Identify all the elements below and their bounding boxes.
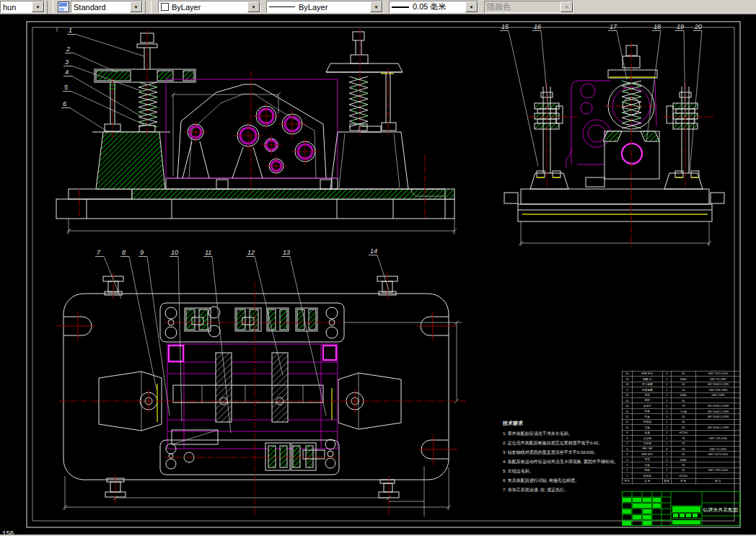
color-swatch-icon xyxy=(161,3,169,11)
note-line: 7. 非加工表面涂漆, 按, 规定执行。 xyxy=(503,486,629,495)
color-combo-value: ByLayer xyxy=(172,3,201,12)
lineweight-line-icon xyxy=(392,6,409,8)
bom-cell: 1 xyxy=(662,473,671,478)
bom-row: 1夹具体1HT200 xyxy=(622,473,740,478)
bom-cell: 2 xyxy=(622,467,632,473)
balloon-number: 17 xyxy=(610,23,617,30)
bom-cell: 2 xyxy=(662,392,671,397)
bom-cell: 13 xyxy=(622,408,632,413)
linetype-combo[interactable]: ByLayer ▼ xyxy=(266,1,383,13)
balloon-number: 2 xyxy=(66,45,70,53)
color-combo-arrow-icon[interactable]: ▼ xyxy=(247,1,260,12)
bom-row: 17球面垫圈245GB/T 849-1988 xyxy=(622,387,740,392)
bom-cell xyxy=(695,441,740,446)
bom-cell: 17 xyxy=(622,387,632,392)
bom-cell: 45 xyxy=(671,371,695,376)
bom-row: 14支承钉4T8JB/T 8029.2-1999 xyxy=(622,403,740,408)
bom-row: 16弹簧265MnGB/T 2089 xyxy=(622,392,740,397)
bom-row: 6螺钉 M8645GB/T 70-2000 xyxy=(622,446,740,451)
toolbar-separator xyxy=(145,1,151,14)
balloon-number: 11 xyxy=(205,249,211,256)
top-clamp-panel xyxy=(160,303,344,342)
bom-cell xyxy=(695,473,740,478)
bom-cell: GB/T 93-1987 xyxy=(695,377,740,382)
bom-cell: 螺栓 xyxy=(632,467,662,473)
bom-cell: 螺杆 xyxy=(632,397,662,403)
bom-cell: 45 xyxy=(671,425,695,430)
notes-title: 技术要求 xyxy=(503,420,629,427)
style-manager-button[interactable] xyxy=(56,1,71,14)
bom-cell: 20 xyxy=(622,371,632,376)
bom-cell: GB/T 5782-2000 xyxy=(695,467,740,473)
balloon-callouts: 1234567891011121314151617181920 xyxy=(61,23,702,433)
bom-cell: 6 xyxy=(622,446,632,451)
bom-cell: T8 xyxy=(671,441,695,446)
bom-row: 2螺栓245GB/T 5782-2000 xyxy=(622,467,740,473)
text-style-combo[interactable]: Standard ▼ xyxy=(71,1,143,13)
parts-list: 20螺母 M10445GB/T 6170-200019垫圈 10465MnGB/… xyxy=(622,371,740,491)
bom-cell: 2 xyxy=(662,467,671,473)
text-style-combo-value: Standard xyxy=(74,3,106,12)
balloon-number: 9 xyxy=(140,249,144,256)
bom-cell: T8 xyxy=(671,436,695,441)
bom-cell: 18 xyxy=(622,382,632,387)
toolbar-separator xyxy=(47,1,53,14)
right-washer-stack xyxy=(667,87,698,173)
bom-cell: GB/T 6170-2000 xyxy=(695,452,740,457)
bom-cell: 2 xyxy=(662,425,671,430)
left-clamp-assembly xyxy=(92,33,195,189)
linetype-combo-value: ByLayer xyxy=(299,3,328,12)
layer-combo-arrow-icon[interactable]: ▼ xyxy=(32,1,44,12)
bom-header-cell: 数量 xyxy=(662,478,671,483)
bom-cell: 7 xyxy=(622,441,632,446)
bom-cell: 10 xyxy=(622,425,632,430)
bom-cell: 16 xyxy=(622,392,632,397)
bom-cell: 3 xyxy=(662,414,671,419)
color-combo[interactable]: ByLayer ▼ xyxy=(158,1,260,13)
bom-cell: JB/T 8010.1-1999 xyxy=(695,425,740,430)
bom-cell: 19 xyxy=(622,377,632,382)
bom-cell: GB/T 2089 xyxy=(695,392,740,397)
bom-cell: T10A xyxy=(671,408,695,413)
plotstyle-combo: 随颜色 ▼ xyxy=(484,1,573,13)
bom-table: 20螺母 M10445GB/T 6170-200019垫圈 10465MnGB/… xyxy=(622,371,740,484)
lineweight-combo[interactable]: 0.05 毫米 ▼ xyxy=(389,1,478,13)
bom-cell: JB/T 8008.5-1999 xyxy=(695,382,740,387)
bom-cell: 45 xyxy=(671,382,695,387)
linetype-combo-arrow-icon[interactable]: ▼ xyxy=(370,1,382,12)
bom-cell: 螺母 M12 xyxy=(632,452,662,457)
front-view xyxy=(56,29,457,234)
lineweight-combo-arrow-icon[interactable]: ▼ xyxy=(465,1,478,12)
base-section-hatch xyxy=(132,189,454,199)
bom-cell: 1 xyxy=(662,436,671,441)
bom-cell: 65Mn xyxy=(671,392,695,397)
bom-cell: 夹具体 xyxy=(632,473,662,478)
side-centerlines xyxy=(529,42,714,249)
bom-cell xyxy=(695,462,740,467)
bom-cell: 45 xyxy=(671,452,695,457)
bom-cell: 2 xyxy=(662,462,671,467)
support-block-hatch xyxy=(96,132,165,189)
bom-row: 8定位销1T8GB/T 119-2000 xyxy=(622,436,740,441)
balloon-number: 4 xyxy=(65,69,69,76)
balloon-number: 13 xyxy=(283,249,290,256)
bom-cell: 衬套 xyxy=(632,414,662,419)
layer-combo[interactable]: hun ▼ xyxy=(0,1,45,13)
bom-row: 7菱形销1T8 xyxy=(622,441,740,446)
left-washer-stack xyxy=(535,87,563,173)
bom-header-cell: 名 称 xyxy=(632,478,662,483)
bom-cell: 1 xyxy=(662,441,671,446)
bom-cell: GB/T 849-1988 xyxy=(695,387,740,392)
bom-cell: 2 xyxy=(662,387,671,392)
plan-view xyxy=(56,273,467,517)
bom-row: 3压板245 xyxy=(622,462,740,467)
bom-cell: 2 xyxy=(662,382,671,387)
layer-combo-value: hun xyxy=(3,3,16,12)
text-style-combo-arrow-icon[interactable]: ▼ xyxy=(130,1,142,12)
bom-cell: 3 xyxy=(662,408,671,413)
bom-cell: 2 xyxy=(662,430,671,435)
bom-cell: 螺钉 M8 xyxy=(632,446,662,451)
bom-cell: 45 xyxy=(671,467,695,473)
bom-cell: GB/T 119-2000 xyxy=(695,436,740,441)
balloon-number: 6 xyxy=(63,100,66,107)
